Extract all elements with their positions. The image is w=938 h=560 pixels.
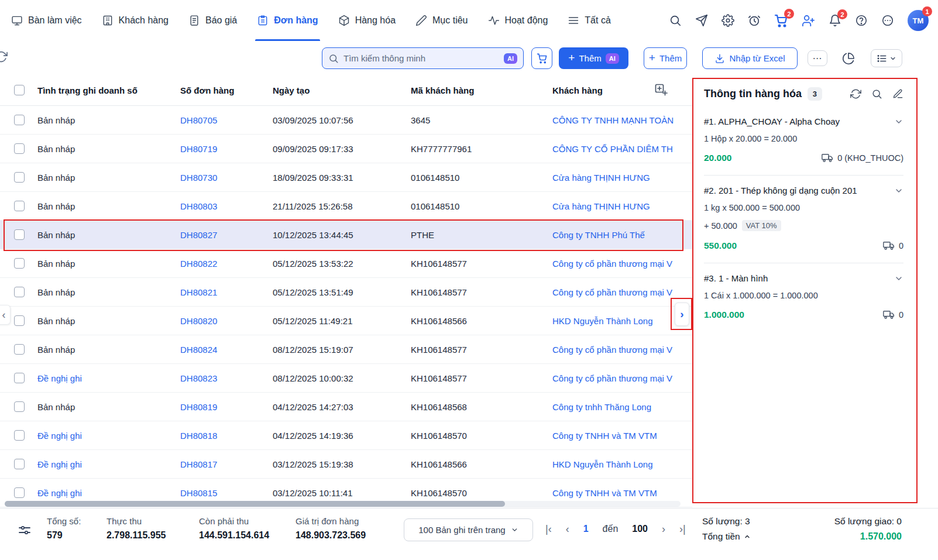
last-page-button[interactable]: ›| (679, 524, 686, 534)
settings-gear-icon[interactable] (721, 14, 734, 27)
chevron-down-icon[interactable] (894, 186, 903, 195)
nav-item-quotes[interactable]: Báo giá (178, 0, 247, 41)
row-checkbox[interactable] (14, 143, 25, 154)
edit-pencil-icon[interactable] (892, 88, 903, 99)
order-number-link[interactable]: DH80719 (180, 144, 273, 154)
column-header-order[interactable]: Số đơn hàng (180, 85, 273, 95)
row-checkbox[interactable] (14, 115, 25, 125)
table-row[interactable]: Đề nghị ghi DH80817 03/12/2025 15:19:38 … (0, 450, 692, 479)
customer-link[interactable]: CÔNG TY CỔ PHẦN DIÊM TH (552, 144, 692, 154)
nav-item-products[interactable]: Hàng hóa (328, 0, 406, 41)
chevron-down-icon[interactable] (894, 117, 903, 126)
order-number-link[interactable]: DH80815 (180, 488, 273, 498)
table-row[interactable]: Bản nháp DH80803 21/11/2025 15:26:58 010… (0, 192, 692, 221)
user-avatar[interactable]: TM 1 (908, 10, 929, 31)
customer-link[interactable]: Công ty cổ phần thương mại V (552, 373, 692, 383)
row-checkbox[interactable] (14, 487, 25, 498)
customer-link[interactable]: Công ty cổ phần thương mại V (552, 345, 692, 355)
column-header-created[interactable]: Ngày tạo (273, 85, 411, 95)
customer-link[interactable]: Công ty TNHH và TM VTM (552, 488, 692, 498)
expand-panel-chevron[interactable]: › (675, 303, 689, 326)
order-number-link[interactable]: DH80822 (180, 259, 273, 269)
row-checkbox[interactable] (14, 459, 25, 469)
customer-link[interactable]: Công ty TNHH và TM VTM (552, 431, 692, 441)
chart-view-button[interactable] (839, 49, 858, 68)
nav-item-activities[interactable]: Hoạt động (478, 0, 558, 41)
notifications-bell-icon[interactable]: 2 (829, 14, 841, 27)
table-row[interactable]: Bản nháp DH80730 18/09/2025 09:33:31 010… (0, 163, 692, 192)
collapse-left-chevron[interactable]: ‹ (0, 305, 11, 325)
row-checkbox[interactable] (14, 201, 25, 211)
order-number-link[interactable]: DH80827 (180, 230, 273, 240)
add-user-icon[interactable] (802, 14, 815, 28)
add-column-icon[interactable] (654, 83, 668, 97)
refresh-icon[interactable] (850, 88, 861, 99)
reminder-clock-icon[interactable] (748, 14, 761, 27)
customer-link[interactable]: Công ty cổ phần thương mại V (552, 259, 692, 269)
customer-link[interactable]: Cửa hàng THỊNH HƯNG (552, 201, 692, 211)
row-checkbox[interactable] (14, 172, 25, 183)
import-excel-button[interactable]: Nhập từ Excel (702, 47, 798, 69)
order-number-link[interactable]: DH80819 (180, 402, 273, 412)
table-row[interactable]: Bản nháp DH80827 10/12/2025 13:44:45 PTH… (0, 221, 692, 249)
search-input[interactable] (343, 53, 499, 63)
select-all-checkbox[interactable] (14, 85, 25, 95)
sync-icon[interactable] (0, 50, 8, 63)
order-number-link[interactable]: DH80730 (180, 173, 273, 183)
table-row[interactable]: Bản nháp DH80820 05/12/2025 11:49:21 KH1… (0, 307, 692, 335)
order-number-link[interactable]: DH80705 (180, 115, 273, 125)
order-number-link[interactable]: DH80821 (180, 287, 273, 297)
order-number-link[interactable]: DH80817 (180, 459, 273, 469)
customer-link[interactable]: Công ty cổ phần thương mại V (552, 287, 692, 297)
customer-link[interactable]: HKD Nguyễn Thành Long (552, 316, 692, 326)
cart-toolbar-button[interactable] (531, 47, 552, 69)
page-size-select[interactable]: 100 Bản ghi trên trang (404, 518, 533, 541)
customer-link[interactable]: Công ty TNHH Phú Thế (552, 230, 692, 240)
row-checkbox[interactable] (14, 344, 25, 355)
nav-item-customers[interactable]: Khách hàng (92, 0, 178, 41)
search-icon[interactable] (669, 14, 682, 27)
customer-link[interactable]: CÔNG TY TNHH MẠNH TOÀN (552, 115, 692, 125)
order-number-link[interactable]: DH80803 (180, 201, 273, 211)
more-actions-button[interactable]: ⋯ (808, 50, 827, 66)
customer-link[interactable]: Công ty tnhh Thăng Long (552, 402, 692, 412)
panel-search-icon[interactable] (871, 88, 882, 99)
order-number-link[interactable]: DH80824 (180, 345, 273, 355)
broadcast-icon[interactable] (695, 14, 708, 27)
row-checkbox[interactable] (14, 229, 25, 240)
filter-sliders-icon[interactable] (18, 523, 32, 537)
row-checkbox[interactable] (14, 373, 25, 383)
add-button[interactable]: + Thêm (644, 47, 687, 69)
customer-link[interactable]: HKD Nguyễn Thành Long (552, 459, 692, 469)
table-row[interactable]: Đề nghị ghi DH80818 04/12/2025 14:19:36 … (0, 421, 692, 450)
row-checkbox[interactable] (14, 287, 25, 297)
row-checkbox[interactable] (14, 258, 25, 269)
row-checkbox[interactable] (14, 315, 25, 326)
order-number-link[interactable]: DH80823 (180, 373, 273, 383)
cart-icon[interactable]: 2 (774, 13, 788, 28)
table-row[interactable]: Bản nháp DH80821 05/12/2025 13:51:49 KH1… (0, 278, 692, 307)
first-page-button[interactable]: |‹ (545, 524, 552, 534)
customer-link[interactable]: Cửa hàng THỊNH HƯNG (552, 173, 692, 183)
table-row[interactable]: Bản nháp DH80819 04/12/2025 14:27:03 KH1… (0, 393, 692, 421)
table-row[interactable]: Bản nháp DH80705 03/09/2025 10:07:56 364… (0, 106, 692, 135)
table-row[interactable]: Bản nháp DH80822 05/12/2025 13:53:22 KH1… (0, 249, 692, 278)
order-number-link[interactable]: DH80818 (180, 431, 273, 441)
nav-item-orders[interactable]: Đơn hàng (247, 0, 328, 41)
horizontal-scrollbar[interactable] (5, 501, 681, 507)
list-view-button[interactable] (871, 49, 902, 67)
row-checkbox[interactable] (14, 401, 25, 412)
nav-item-all[interactable]: Tất cả (558, 0, 620, 41)
next-page-button[interactable]: › (662, 524, 665, 534)
table-row[interactable]: Bản nháp DH80824 08/12/2025 15:19:07 KH1… (0, 335, 692, 364)
table-row[interactable]: Đề nghị ghi DH80823 08/12/2025 10:00:32 … (0, 364, 692, 393)
add-ai-button[interactable]: + Thêm AI (559, 47, 628, 69)
table-row[interactable]: Bản nháp DH80719 09/09/2025 09:17:33 KH7… (0, 135, 692, 163)
scrollbar-thumb[interactable] (5, 501, 505, 507)
previous-page-button[interactable]: ‹ (566, 524, 569, 534)
help-icon[interactable] (855, 14, 868, 27)
nav-item-targets[interactable]: Mục tiêu (406, 0, 477, 41)
column-header-customer[interactable]: Khách hàng (552, 85, 692, 95)
chevron-down-icon[interactable] (894, 274, 903, 283)
row-checkbox[interactable] (14, 430, 25, 441)
